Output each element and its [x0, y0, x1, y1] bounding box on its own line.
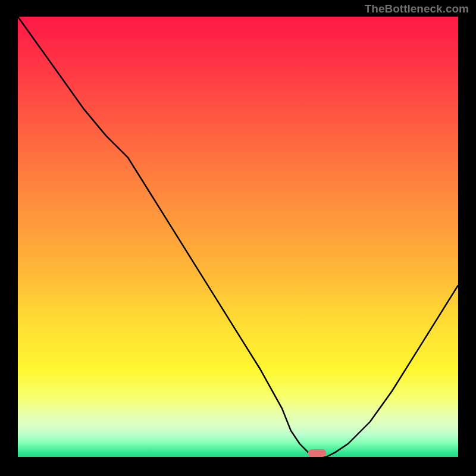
bottleneck-curve: [18, 17, 458, 457]
watermark-text: TheBottleneck.com: [365, 2, 469, 15]
optimal-point-marker: [308, 449, 326, 457]
plot-area: [18, 17, 458, 457]
